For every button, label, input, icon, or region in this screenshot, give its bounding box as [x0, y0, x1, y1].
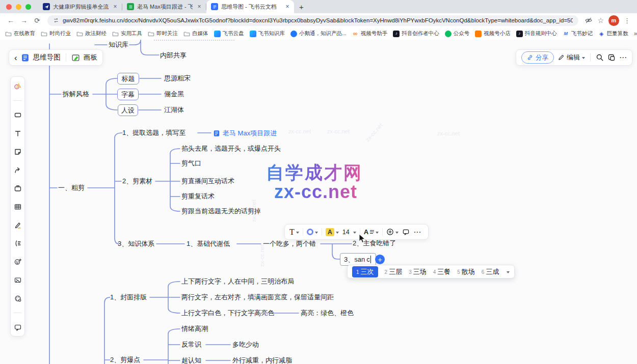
site-settings-icon[interactable]: [53, 17, 59, 23]
bookmarks-overflow-icon[interactable]: »: [634, 30, 637, 37]
mindmap-node-rough-cut[interactable]: 一、粗剪: [58, 184, 85, 192]
rectangle-tool-icon[interactable]: [14, 111, 22, 119]
mindmap-node-cover-c3[interactable]: 上行文字白色，下行文字高亮色: [181, 309, 274, 317]
bookmark-item[interactable]: 公众号: [445, 30, 470, 37]
bookmark-folder[interactable]: 即时关注: [148, 30, 178, 37]
bookmark-item[interactable]: ♪抖音创作者中心: [393, 30, 439, 37]
comment-button[interactable]: [402, 228, 410, 236]
comment-tool-icon[interactable]: [14, 323, 22, 331]
bookmark-item[interactable]: ♪抖音规则中心: [516, 30, 557, 37]
bookmark-item[interactable]: ◈巨量算数: [598, 30, 628, 37]
browser-tab-active[interactable]: 思维导图 - 飞书云文档 ×: [206, 0, 294, 13]
mindmap-node-r3c1[interactable]: 1、基础代谢低: [187, 240, 230, 248]
mindmap-node-style-root[interactable]: 拆解风格: [63, 90, 89, 98]
mindmap-node-cover-root[interactable]: 1、封面排版: [110, 293, 147, 301]
emoji-sticker-icon[interactable]: [14, 258, 22, 266]
mindmap-node-r2c5[interactable]: 剪跟当前选题无关的话剪掉: [181, 207, 261, 215]
mindmap-node-burst-c2v[interactable]: 多吃少动: [232, 341, 259, 349]
catalog-icon[interactable]: [607, 53, 616, 62]
mindmap-node-r2[interactable]: 2、剪素材: [122, 177, 152, 185]
whiteboard-canvas[interactable]: zx-cc.net zx-cc.net zx-cc.net zx-cc.net …: [0, 40, 637, 364]
browser-tab-1[interactable]: 大健康IP剪辑接单全流程 - 飞... ×: [38, 0, 122, 13]
text-tool-icon[interactable]: [14, 129, 22, 137]
profile-avatar[interactable]: m: [608, 15, 619, 26]
bookmark-folder[interactable]: 时尚行业: [41, 30, 71, 37]
connector-tool-icon[interactable]: [14, 166, 22, 174]
theme-palette-icon[interactable]: [14, 294, 22, 302]
password-eye-off-icon[interactable]: [585, 16, 593, 24]
bookmark-item[interactable]: 飞书云盘: [214, 30, 244, 37]
section-tool-icon[interactable]: [14, 184, 22, 192]
add-sibling-node-button[interactable]: +: [375, 255, 385, 264]
mindmap-node-knowledge-base[interactable]: 知识库: [109, 41, 128, 49]
mindmap-node-r2c3[interactable]: 剪直播间互动话术: [181, 177, 234, 185]
image-tool-icon[interactable]: [14, 276, 22, 284]
mindmap-node-r3[interactable]: 3、知识体系: [118, 240, 154, 248]
mindmap-node-font3[interactable]: 江湖体: [164, 106, 184, 114]
mindmap-node-cover-c3v[interactable]: 高亮：绿色、橙色: [301, 309, 354, 317]
ime-candidate[interactable]: 3三场: [409, 267, 427, 276]
mindmap-node-burst-c1[interactable]: 情绪高潮: [181, 325, 208, 333]
bookmark-folder[interactable]: 政法财经: [76, 30, 107, 37]
more-menu-icon[interactable]: ⋯: [619, 53, 627, 62]
maximize-window-button[interactable]: [25, 4, 31, 10]
highlight-color-button[interactable]: A: [326, 228, 339, 236]
more-format-icon[interactable]: ⋯: [413, 228, 421, 237]
insert-button[interactable]: [386, 228, 399, 236]
mindmap-node-burst-c2[interactable]: 反常识: [181, 341, 201, 349]
search-icon[interactable]: [596, 53, 604, 62]
mindmap-node-r2c1[interactable]: 掐头去尾，选题开头，或爆点开头: [181, 145, 281, 153]
ime-candidate-selected[interactable]: 1三次: [352, 266, 378, 277]
close-tab-icon[interactable]: ×: [284, 3, 291, 10]
bookmark-item[interactable]: M飞书妙记: [563, 30, 593, 37]
mindmap-node-r2c4[interactable]: 剪重复话术: [181, 192, 215, 201]
mindmap-box-persona[interactable]: 人设: [118, 104, 138, 116]
share-button[interactable]: 分享: [521, 51, 554, 64]
ime-candidate[interactable]: 5散场: [457, 267, 475, 276]
bookmark-folder[interactable]: 在线教育: [5, 30, 35, 37]
mindmap-node-r2c2[interactable]: 剪气口: [181, 159, 201, 167]
mindmap-node-r1[interactable]: 1、提取选题，填写至: [122, 129, 185, 137]
mindmap-node-burst-c3[interactable]: 超认知: [181, 356, 201, 364]
bookmark-folder[interactable]: 实用工具: [112, 30, 142, 37]
bookmark-folder[interactable]: 自媒体: [183, 30, 208, 37]
close-tab-icon[interactable]: ×: [196, 3, 203, 10]
mindmap-node-font2[interactable]: 俪金黑: [164, 90, 184, 98]
mindmap-doc-link[interactable]: 老马 Max项目跟进: [213, 129, 277, 138]
url-bar[interactable]: gwv82m0rqrk.feishu.cn/docx/NdnvdvXQ5ouSA…: [47, 15, 578, 26]
mindmap-box-title[interactable]: 标题: [117, 73, 139, 85]
font-style-button[interactable]: A: [364, 228, 379, 236]
close-tab-icon[interactable]: ×: [112, 3, 119, 10]
edit-mode-button[interactable]: 编辑: [558, 53, 585, 62]
back-icon[interactable]: ←: [5, 17, 17, 24]
sticky-note-icon[interactable]: [14, 148, 22, 156]
draw-pen-icon[interactable]: [14, 221, 22, 229]
mindmap-box-subtitle[interactable]: 字幕: [117, 89, 139, 100]
text-style-button[interactable]: T: [289, 228, 299, 236]
bookmark-item[interactable]: 小鹅通，知识产品...: [290, 30, 347, 37]
bookmark-item[interactable]: ∞视频号助手: [352, 30, 388, 37]
mindmap-node-cover-c1[interactable]: 上下两行文字，人在中间，三明治布局: [181, 277, 294, 286]
ime-candidate[interactable]: 4三餐: [433, 267, 451, 276]
back-icon[interactable]: ‹: [14, 53, 17, 62]
board-tab-label[interactable]: 画板: [84, 53, 97, 62]
ime-candidate[interactable]: 6三成: [482, 267, 499, 276]
mindmap-node-burst-c3v[interactable]: 外行减重，内行减脂: [232, 356, 292, 364]
mindmap-editing-node[interactable]: 3、san c: [340, 253, 376, 266]
close-window-button[interactable]: [6, 4, 12, 10]
bookmark-star-icon[interactable]: ☆: [597, 16, 604, 24]
reload-icon[interactable]: ⟳: [31, 16, 43, 24]
mindmap-node-internal-share[interactable]: 内部共享: [160, 51, 187, 60]
new-tab-button[interactable]: +: [294, 3, 309, 11]
bookmark-item[interactable]: 视频号小店: [475, 30, 511, 37]
ime-expand-icon[interactable]: [507, 271, 510, 273]
mindmap-node-font1[interactable]: 思源粗宋: [164, 74, 191, 82]
minimize-window-button[interactable]: [16, 4, 21, 10]
mindmap-tool-icon[interactable]: [14, 239, 22, 247]
mindmap-node-burst-root[interactable]: 2、剪爆点: [110, 356, 140, 364]
browser-tab-2[interactable]: 老马 Max项目跟进 - 飞书云文... ×: [122, 0, 206, 13]
shape-color-button[interactable]: [307, 229, 318, 235]
font-size-selector[interactable]: 14: [342, 229, 356, 236]
mindmap-node-cover-c2[interactable]: 两行文字，左右对齐，填满画面宽度，保留适量间距: [181, 293, 334, 301]
mindmap-node-r3c2[interactable]: 一个吃多，两个错: [263, 240, 316, 248]
